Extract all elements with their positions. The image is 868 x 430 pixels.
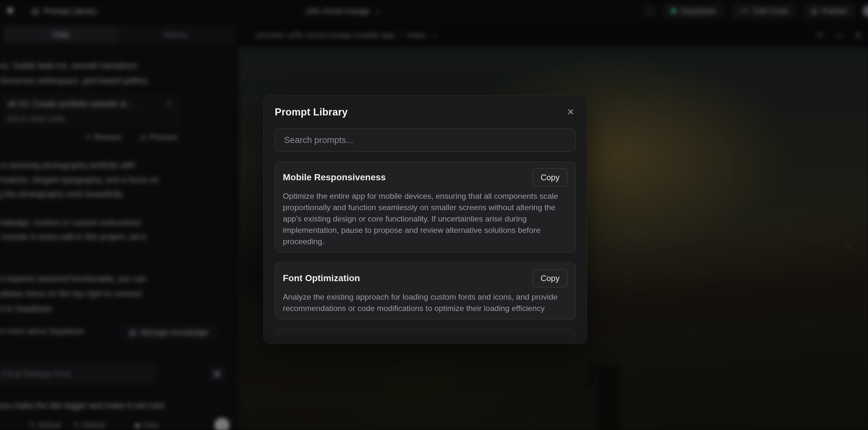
prompt-card[interactable]: Font Optimization Copy Analyze the exist…: [275, 262, 576, 319]
modal-title: Prompt Library: [275, 106, 348, 118]
prompt-title: Font Optimization: [283, 273, 360, 283]
copy-button[interactable]: Copy: [533, 269, 568, 287]
app-screen: ♥ ▤ Prompt Library urfic-cloud-voyage ⌄ …: [0, 0, 868, 430]
close-icon[interactable]: ✕: [566, 106, 576, 118]
copy-button[interactable]: Copy: [533, 168, 568, 186]
prompt-title: Mobile Responsiveness: [283, 172, 386, 183]
prompt-card-partial[interactable]: [275, 329, 576, 344]
prompt-library-modal: Prompt Library ✕ Mobile Responsiveness C…: [264, 95, 587, 344]
modal-header: Prompt Library ✕: [275, 106, 576, 118]
prompt-card[interactable]: Mobile Responsiveness Copy Optimize the …: [275, 161, 576, 253]
search-input[interactable]: [275, 128, 576, 152]
prompt-description: Optimize the entire app for mobile devic…: [283, 190, 568, 247]
prompt-list: Mobile Responsiveness Copy Optimize the …: [275, 161, 576, 344]
prompt-description: Analyze the existing approach for loadin…: [283, 291, 568, 314]
